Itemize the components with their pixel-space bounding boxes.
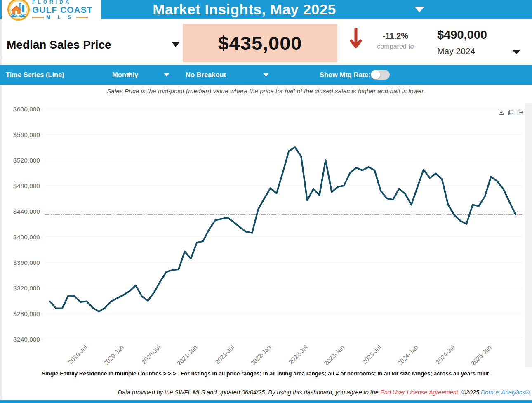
chart-type-label: Time Series (Line) — [6, 71, 64, 79]
chevron-down-icon[interactable] — [414, 7, 424, 12]
fgc-mls-logo-icon — [7, 0, 30, 21]
compared-to-label: compared to — [367, 43, 424, 50]
attribution: Data provided by the SWFL MLS and update… — [0, 389, 530, 396]
svg-text:$320,000: $320,000 — [13, 285, 40, 292]
filters-summary: Single Family Residence in multiple Coun… — [0, 370, 532, 377]
down-arrow-icon — [350, 28, 362, 53]
scrollbar-track[interactable] — [525, 103, 532, 367]
svg-text:$240,000: $240,000 — [13, 336, 40, 343]
eula-link[interactable]: End User License Agreement — [380, 389, 458, 396]
attribution-text2: . ©2025 — [458, 389, 481, 396]
svg-text:2023-Jul: 2023-Jul — [361, 344, 383, 365]
svg-text:2023-Jan: 2023-Jan — [322, 344, 346, 365]
frequency-select[interactable]: Monthly — [112, 65, 169, 85]
metric-selector[interactable]: Median Sales Price — [7, 38, 111, 52]
svg-text:$360,000: $360,000 — [13, 259, 40, 266]
logo-wordmark: FLORIDA GULF COAST M L S — [32, 0, 93, 20]
logo-line3: M L S — [46, 15, 74, 20]
domus-analytics-link[interactable]: Domus Analytics® — [481, 389, 530, 396]
chevron-down-icon[interactable] — [172, 42, 179, 47]
mtg-rate-label: Show Mtg Rate: — [320, 65, 371, 85]
chart-canvas[interactable]: $600,000$560,000$520,000$480,000$440,000… — [0, 101, 532, 365]
copy-icon[interactable] — [508, 109, 514, 115]
svg-text:2024-Jul: 2024-Jul — [434, 344, 456, 365]
chevron-down-icon — [164, 73, 169, 77]
breakout-select[interactable]: No Breakout — [186, 65, 269, 85]
svg-text:2020-Jul: 2020-Jul — [140, 344, 162, 365]
bottom-accent-bar — [0, 400, 532, 403]
chevron-down-icon[interactable] — [513, 50, 520, 54]
chart-toolbar: Time Series (Line) Monthly No Breakout S… — [0, 65, 532, 85]
compare-period-selector[interactable]: May 2024 — [437, 46, 475, 56]
compare-value: $490,000 — [437, 28, 487, 42]
svg-text:2019-Jul: 2019-Jul — [67, 344, 89, 365]
svg-text:2025-Jan: 2025-Jan — [469, 344, 492, 365]
dashboard: Market Insights, May 2025 FLORIDA GULF C… — [0, 0, 532, 403]
svg-text:$560,000: $560,000 — [13, 131, 40, 138]
svg-text:2024-Jan: 2024-Jan — [396, 344, 419, 365]
report-title-dropdown[interactable]: Market Insights, May 2025 — [101, 0, 388, 19]
logo-line1: FLORIDA — [32, 0, 93, 5]
svg-text:$280,000: $280,000 — [13, 310, 40, 317]
svg-text:2021-Jan: 2021-Jan — [175, 344, 198, 365]
svg-text:$520,000: $520,000 — [13, 157, 40, 164]
download-icon[interactable] — [498, 109, 504, 115]
svg-text:2021-Jul: 2021-Jul — [214, 344, 235, 365]
svg-text:2022-Jul: 2022-Jul — [287, 344, 309, 365]
metric-row: Median Sales Price $435,000 -11.2% compa… — [2, 19, 532, 65]
chevron-down-icon — [263, 73, 269, 77]
mtg-rate-toggle[interactable] — [371, 70, 390, 80]
breakout-label: No Breakout — [186, 71, 226, 79]
current-value: $435,000 — [218, 32, 302, 54]
svg-text:$600,000: $600,000 — [13, 106, 40, 113]
logo-line2: GULF COAST — [32, 5, 93, 14]
toggle-knob — [371, 70, 380, 79]
logo-dash-right — [76, 17, 88, 18]
export-icon[interactable] — [517, 109, 523, 115]
svg-text:$440,000: $440,000 — [13, 208, 40, 215]
svg-text:$400,000: $400,000 — [13, 233, 40, 240]
page-title: Market Insights, May 2025 — [153, 1, 336, 18]
logo: FLORIDA GULF COAST M L S — [2, 0, 101, 21]
chart-action-icons — [498, 109, 523, 115]
attribution-text: Data provided by the SWFL MLS and update… — [118, 389, 380, 396]
svg-text:2022-Jan: 2022-Jan — [249, 344, 272, 365]
chart-subtitle: Sales Price is the mid-point (median) va… — [0, 87, 532, 95]
svg-text:2020-Jan: 2020-Jan — [102, 344, 125, 365]
change-percent: -11.2% — [371, 31, 420, 41]
frequency-label: Monthly — [112, 71, 138, 79]
current-value-box: $435,000 — [183, 24, 337, 62]
logo-dash-left — [32, 17, 44, 18]
svg-text:$480,000: $480,000 — [13, 182, 40, 189]
